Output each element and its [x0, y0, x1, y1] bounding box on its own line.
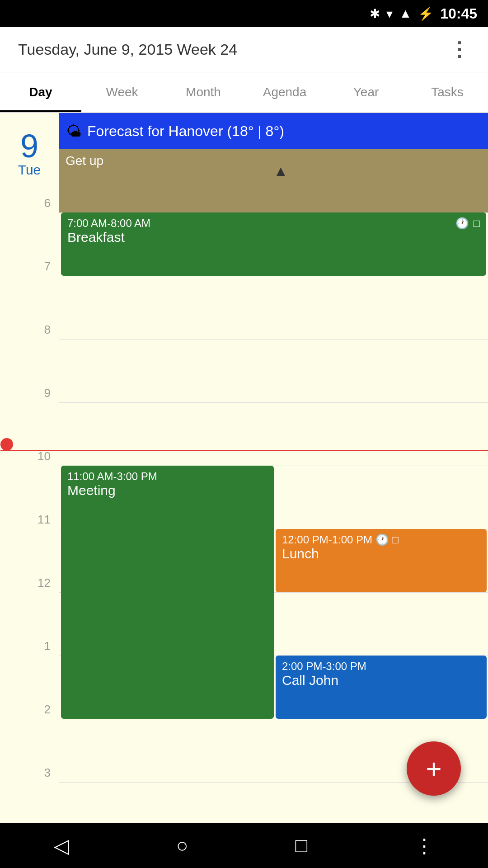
tab-agenda[interactable]: Agenda	[244, 72, 325, 112]
forecast-icon: 🌤	[66, 123, 82, 140]
time-12: 12	[0, 574, 59, 637]
event-lunch[interactable]: 12:00 PM-1:00 PM 🕐 □ Lunch	[276, 529, 487, 592]
time-column: 9 Tue 6 7 8 9 10 11 12 1 2 3 4 5 6	[0, 113, 59, 823]
back-button[interactable]: ◁	[54, 834, 69, 857]
recent-apps-button[interactable]: □	[296, 834, 308, 857]
status-bar: ✱ ▾ ▲ ⚡ 10:45	[0, 0, 488, 27]
overflow-menu-button[interactable]: ⋮	[449, 43, 470, 55]
current-time-line	[0, 450, 488, 451]
tab-bar: Day Week Month Agenda Year Tasks	[0, 72, 488, 113]
event-call-john[interactable]: 2:00 PM-3:00 PM Call John	[276, 656, 487, 719]
time-6: 6	[0, 194, 59, 258]
day-name: Tue	[18, 162, 41, 178]
header-title: Tuesday, June 9, 2015 Week 24	[18, 41, 237, 58]
tab-year[interactable]: Year	[325, 72, 407, 112]
day-number: 9	[20, 130, 38, 162]
nav-menu-button[interactable]: ⋮	[414, 834, 434, 857]
time-3pm: 3	[0, 764, 59, 823]
tab-month[interactable]: Month	[163, 72, 244, 112]
hour-line-8	[59, 276, 488, 276]
status-time: 10:45	[440, 5, 477, 22]
event-meeting[interactable]: 11:00 AM-3:00 PM Meeting	[61, 466, 274, 719]
calendar-header: Tuesday, June 9, 2015 Week 24 ⋮	[0, 27, 488, 72]
event-getup[interactable]: Get up ▲	[59, 149, 488, 212]
time-1pm: 1	[0, 637, 59, 701]
signal-icon: ▲	[399, 6, 412, 21]
current-time-dot	[0, 438, 13, 451]
battery-icon: ⚡	[418, 6, 434, 21]
bottom-navigation: ◁ ○ □ ⋮	[0, 823, 488, 868]
forecast-text: Forecast for Hanover (18° | 8°)	[87, 123, 284, 140]
time-11: 11	[0, 511, 59, 574]
events-column: 🌤 Forecast for Hanover (18° | 8°) Get up…	[59, 113, 488, 823]
event-breakfast[interactable]: 7:00 AM-8:00 AM Breakfast 🕐□	[61, 212, 486, 276]
time-8: 8	[0, 321, 59, 384]
add-event-fab[interactable]: +	[407, 741, 461, 796]
home-button[interactable]: ○	[176, 834, 188, 857]
time-2pm: 2	[0, 701, 59, 764]
forecast-event[interactable]: 🌤 Forecast for Hanover (18° | 8°)	[59, 113, 488, 149]
calendar-area: 9 Tue 6 7 8 9 10 11 12 1 2 3 4 5 6 🌤 For…	[0, 113, 488, 823]
time-10: 10	[0, 448, 59, 511]
hour-line-15	[59, 719, 488, 719]
hour-line-9	[59, 339, 488, 340]
tab-week[interactable]: Week	[81, 72, 163, 112]
hour-line-10	[59, 402, 488, 403]
tab-day[interactable]: Day	[0, 72, 81, 112]
tab-tasks[interactable]: Tasks	[407, 72, 488, 112]
wifi-icon: ▾	[386, 6, 393, 21]
time-7: 7	[0, 258, 59, 321]
bluetooth-icon: ✱	[370, 6, 380, 21]
